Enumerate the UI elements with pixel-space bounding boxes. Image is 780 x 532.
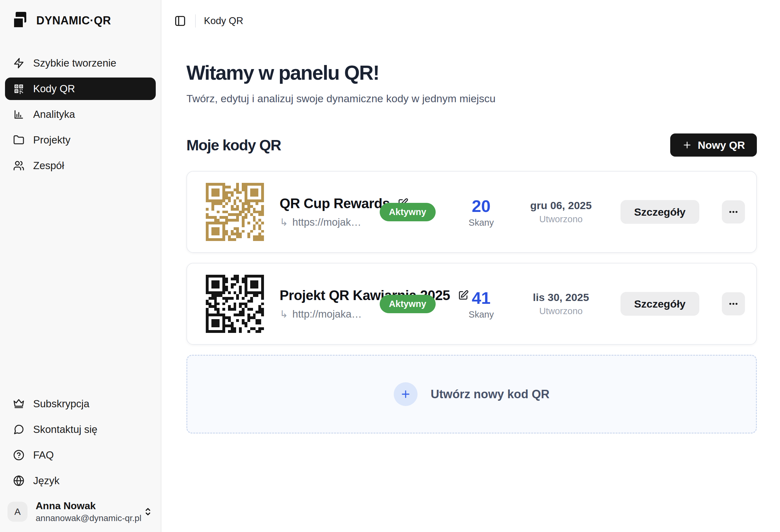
sidebar-item-skontaktuj-sie[interactable]: Skontaktuj się xyxy=(5,418,156,441)
topbar-divider xyxy=(195,14,196,28)
created-label: Utworzono xyxy=(521,214,602,224)
page-subtitle: Twórz, edytuj i analizuj swoje dynamiczn… xyxy=(186,93,757,105)
crown-icon xyxy=(13,398,25,410)
new-qr-button[interactable]: Nowy QR xyxy=(670,134,757,157)
section-title: Moje kody QR xyxy=(186,137,281,154)
status-badge: Aktywny xyxy=(380,295,436,313)
sidebar-toggle-button[interactable] xyxy=(173,14,187,28)
user-name: Anna Nowak xyxy=(36,500,135,512)
lightning-icon xyxy=(13,57,25,69)
sidebar-item-label: Szybkie tworzenie xyxy=(33,57,116,69)
sidebar-item-faq[interactable]: FAQ xyxy=(5,444,156,466)
sidebar-item-label: Skontaktuj się xyxy=(33,424,97,435)
panel-left-icon xyxy=(174,15,186,27)
sidebar-item-label: Język xyxy=(33,475,59,487)
topbar: Kody QR xyxy=(161,0,780,31)
plus-circle xyxy=(394,382,418,406)
qr-card-info: QR Cup Rewards ↳ https://mojakawka.com/h… xyxy=(280,196,364,228)
globe-icon xyxy=(13,475,25,486)
logo-icon xyxy=(12,12,30,30)
content: Witamy w panelu QR! Twórz, edytuj i anal… xyxy=(161,31,780,532)
chevrons-up-down-icon xyxy=(143,507,153,517)
sidebar-item-zespol[interactable]: Zespół xyxy=(5,154,156,177)
avatar: A xyxy=(7,502,28,522)
sidebar-item-label: FAQ xyxy=(33,449,54,461)
scans-col: 20 Skany xyxy=(458,196,505,228)
details-button[interactable]: Szczegóły xyxy=(621,200,699,224)
logo: DYNAMIC·QR xyxy=(0,12,161,30)
qr-card: Projekt QR Kawiarnia 2025 ↳ http://mojak… xyxy=(186,263,757,345)
card-menu-button[interactable] xyxy=(722,200,745,223)
logo-text: DYNAMIC·QR xyxy=(36,14,111,27)
sidebar-item-projekty[interactable]: Projekty xyxy=(5,129,156,151)
scans-col: 41 Skany xyxy=(458,288,505,320)
qr-code-image xyxy=(206,183,264,241)
qr-code-image xyxy=(206,275,264,333)
scans-label: Skany xyxy=(458,218,505,228)
user-meta: Anna Nowak annanowak@dynamic-qr.pl xyxy=(36,500,135,523)
redirect-arrow-icon: ↳ xyxy=(280,216,288,228)
created-date: gru 06, 2025 xyxy=(521,200,602,212)
plus-icon xyxy=(682,140,692,150)
redirect-arrow-icon: ↳ xyxy=(280,308,288,320)
sidebar-footer-nav: Subskrypcja Skontaktuj się FAQ Język xyxy=(0,392,161,492)
create-new-qr-area[interactable]: Utwórz nowy kod QR xyxy=(186,355,757,433)
scans-value: 20 xyxy=(458,196,505,216)
status-badge: Aktywny xyxy=(380,203,436,221)
sidebar: DYNAMIC·QR Szybkie tworzenie Kody QR Ana… xyxy=(0,0,161,532)
qr-target-url: http://mojakawka.com/pl/2025/ xyxy=(292,308,364,320)
chat-bubble-icon xyxy=(13,424,25,435)
breadcrumb: Kody QR xyxy=(204,15,243,26)
qr-card-info: Projekt QR Kawiarnia 2025 ↳ http://mojak… xyxy=(280,287,364,320)
created-date: lis 30, 2025 xyxy=(521,291,602,304)
details-button[interactable]: Szczegóły xyxy=(621,292,699,316)
sidebar-item-label: Kody QR xyxy=(33,83,75,95)
sidebar-nav: Szybkie tworzenie Kody QR Analityka Proj… xyxy=(0,52,161,177)
bar-chart-icon xyxy=(13,109,25,120)
sidebar-item-analityka[interactable]: Analityka xyxy=(5,103,156,126)
folder-icon xyxy=(13,135,25,146)
scans-label: Skany xyxy=(458,310,505,320)
create-new-qr-label: Utwórz nowy kod QR xyxy=(431,387,549,401)
sidebar-item-jezyk[interactable]: Język xyxy=(5,470,156,492)
date-col: gru 06, 2025 Utworzono xyxy=(521,200,602,224)
created-label: Utworzono xyxy=(521,306,602,316)
sidebar-item-label: Zespół xyxy=(33,160,64,172)
status-col: Aktywny xyxy=(380,295,442,313)
question-circle-icon xyxy=(13,449,25,461)
qr-icon xyxy=(13,83,25,94)
card-menu-button[interactable] xyxy=(722,292,745,315)
page-title: Witamy w panelu QR! xyxy=(186,61,757,85)
main-area: Kody QR Witamy w panelu QR! Twórz, edytu… xyxy=(161,0,780,532)
qr-card-list: QR Cup Rewards ↳ https://mojakawka.com/h… xyxy=(186,171,757,345)
qr-target-url: https://mojakawka.com/hello/stat... xyxy=(292,216,364,228)
section-header: Moje kody QR Nowy QR xyxy=(186,134,757,157)
sidebar-item-szybkie-tworzenie[interactable]: Szybkie tworzenie xyxy=(5,52,156,74)
sidebar-item-label: Subskrypcja xyxy=(33,398,90,410)
sidebar-item-subskrypcja[interactable]: Subskrypcja xyxy=(5,392,156,415)
user-menu[interactable]: A Anna Nowak annanowak@dynamic-qr.pl xyxy=(7,500,153,523)
qr-name: QR Cup Rewards xyxy=(280,196,390,211)
sidebar-item-kody-qr[interactable]: Kody QR xyxy=(5,77,156,100)
ellipsis-icon xyxy=(728,207,739,217)
app-window: DYNAMIC·QR Szybkie tworzenie Kody QR Ana… xyxy=(0,0,780,532)
sidebar-item-label: Projekty xyxy=(33,134,70,146)
user-email: annanowak@dynamic-qr.pl xyxy=(36,513,135,523)
qr-card: QR Cup Rewards ↳ https://mojakawka.com/h… xyxy=(186,171,757,253)
status-col: Aktywny xyxy=(380,203,442,221)
new-qr-button-label: Nowy QR xyxy=(698,139,745,151)
date-col: lis 30, 2025 Utworzono xyxy=(521,291,602,316)
ellipsis-icon xyxy=(728,299,739,309)
users-icon xyxy=(13,160,25,171)
sidebar-item-label: Analityka xyxy=(33,108,75,120)
plus-icon xyxy=(400,388,411,400)
scans-value: 41 xyxy=(458,288,505,308)
